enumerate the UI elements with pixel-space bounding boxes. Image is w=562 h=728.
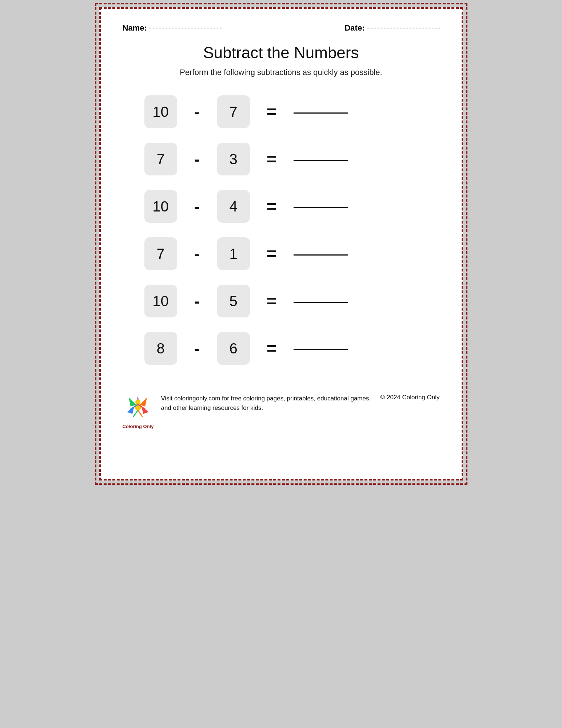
footer: Coloring Only Visit coloringonly.com for… [123, 394, 440, 429]
number-box-1: 7 [144, 237, 177, 270]
number-box-1: 10 [144, 190, 177, 223]
svg-line-9 [133, 410, 138, 416]
equals-sign: = [264, 244, 279, 264]
logo-container: Coloring Only [123, 394, 154, 429]
answer-line [294, 205, 348, 208]
equals-sign: = [264, 339, 279, 358]
answer-line [294, 299, 348, 303]
number-box-2: 7 [217, 95, 250, 128]
problem-row: 7 - 1 = [144, 237, 440, 270]
minus-operator: - [192, 291, 203, 311]
date-label: Date: [344, 23, 364, 33]
footer-link[interactable]: coloringonly.com [174, 395, 220, 402]
answer-line [294, 157, 348, 161]
name-field: Name: [123, 23, 222, 33]
page-title: Subtract the Numbers [123, 44, 440, 62]
minus-operator: - [192, 339, 203, 358]
problem-row: 8 - 6 = [144, 332, 440, 365]
number-box-2: 4 [217, 190, 250, 223]
answer-line [294, 252, 348, 256]
problem-row: 10 - 4 = [144, 190, 440, 223]
equals-sign: = [264, 102, 279, 122]
number-box-2: 5 [217, 285, 250, 317]
answer-line [294, 110, 348, 114]
coloring-only-logo [123, 394, 152, 423]
name-line [149, 28, 222, 28]
date-line [367, 28, 440, 28]
problem-row: 10 - 7 = [144, 95, 440, 128]
name-label: Name: [123, 23, 147, 33]
equals-sign: = [264, 149, 279, 169]
number-box-1: 8 [144, 332, 177, 365]
number-box-2: 1 [217, 237, 250, 270]
footer-copyright: © 2024 Coloring Only [380, 394, 440, 401]
answer-line [294, 347, 348, 350]
equals-sign: = [264, 291, 279, 311]
page-subtitle: Perform the following subtractions as qu… [123, 68, 440, 77]
number-box-1: 10 [144, 285, 177, 317]
number-box-2: 3 [217, 143, 250, 175]
minus-operator: - [192, 102, 203, 122]
footer-visit-text: Visit [161, 395, 174, 402]
date-field: Date: [344, 23, 439, 33]
footer-description: Visit coloringonly.com for free coloring… [161, 394, 373, 412]
number-box-2: 6 [217, 332, 250, 365]
header-row: Name: Date: [123, 23, 440, 33]
svg-point-6 [135, 399, 140, 404]
worksheet-page: Name: Date: Subtract the Numbers Perform… [99, 7, 463, 480]
problems-container: 10 - 7 = 7 - 3 = 10 - 4 = 7 - 1 = 10 - 5 [123, 95, 440, 365]
number-box-1: 7 [144, 143, 177, 175]
logo-label: Coloring Only [123, 424, 154, 429]
number-box-1: 10 [144, 95, 177, 128]
minus-operator: - [192, 197, 203, 216]
minus-operator: - [192, 244, 203, 264]
minus-operator: - [192, 149, 203, 169]
problem-row: 7 - 3 = [144, 143, 440, 175]
problem-row: 10 - 5 = [144, 285, 440, 317]
equals-sign: = [264, 197, 279, 216]
svg-line-10 [138, 410, 142, 416]
